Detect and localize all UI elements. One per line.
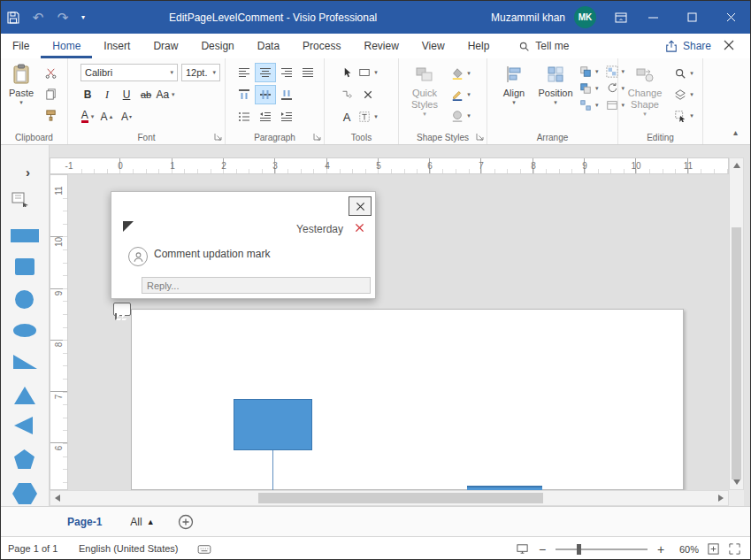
- presentation-mode-icon[interactable]: [516, 542, 529, 556]
- horizontal-scrollbar[interactable]: [50, 490, 729, 506]
- quick-shape-right-triangle[interactable]: [13, 355, 37, 369]
- bold-button[interactable]: B: [79, 86, 96, 104]
- canvas-shape-rectangle[interactable]: [234, 399, 312, 450]
- language-indicator[interactable]: English (United States): [79, 543, 179, 554]
- quick-shape-ellipse[interactable]: [13, 324, 36, 337]
- drawing-page[interactable]: [131, 309, 684, 490]
- shrink-font-button[interactable]: A ▾: [118, 108, 135, 126]
- fit-page-icon[interactable]: [707, 542, 720, 556]
- format-painter-button[interactable]: [40, 106, 61, 125]
- scroll-up-icon[interactable]: [733, 163, 740, 168]
- select-button[interactable]: ▾: [673, 106, 694, 125]
- vertical-scroll-thumb[interactable]: [732, 227, 741, 479]
- comment-delete-button[interactable]: [355, 223, 367, 235]
- align-center-button[interactable]: [256, 64, 275, 81]
- tab-insert[interactable]: Insert: [92, 34, 142, 58]
- align-middle-button[interactable]: [256, 86, 275, 104]
- tab-help[interactable]: Help: [456, 34, 502, 58]
- bullets-button[interactable]: [234, 108, 254, 126]
- change-shape-button[interactable]: Change Shape ▾: [622, 62, 668, 118]
- bring-to-front-button[interactable]: ▾: [579, 65, 599, 78]
- pointer-tool-button[interactable]: [337, 64, 356, 81]
- user-name[interactable]: Muzammil khan: [491, 12, 565, 24]
- tab-process[interactable]: Process: [291, 34, 352, 58]
- zoom-slider[interactable]: [556, 543, 648, 556]
- rectangle-tool-button[interactable]: ▾: [358, 64, 378, 81]
- copy-button[interactable]: [40, 85, 61, 104]
- zoom-level[interactable]: 60%: [674, 544, 699, 555]
- fill-button[interactable]: ▾: [450, 64, 471, 82]
- document-close-icon[interactable]: [724, 40, 738, 54]
- fullscreen-icon[interactable]: [728, 542, 741, 556]
- share-button[interactable]: Share: [665, 40, 711, 52]
- scroll-right-icon[interactable]: [718, 495, 724, 502]
- line-button[interactable]: ▾: [450, 85, 471, 104]
- italic-button[interactable]: I: [98, 86, 116, 104]
- quick-shape-hexagon[interactable]: [12, 483, 37, 504]
- tab-data[interactable]: Data: [246, 34, 291, 58]
- redo-icon[interactable]: ↷: [50, 5, 75, 30]
- position-button[interactable]: Position ▾: [535, 62, 576, 106]
- tab-review[interactable]: Review: [352, 34, 410, 58]
- align-bottom-button[interactable]: [277, 86, 296, 104]
- tab-home[interactable]: Home: [41, 34, 92, 58]
- shapes-panel-icon[interactable]: [11, 191, 29, 207]
- quick-shape-circle[interactable]: [15, 290, 34, 309]
- keyboard-icon[interactable]: [197, 544, 211, 555]
- minimize-button[interactable]: [633, 1, 672, 34]
- send-to-back-button[interactable]: ▾: [579, 82, 599, 95]
- align-right-button[interactable]: [277, 64, 296, 81]
- align-top-button[interactable]: [234, 86, 254, 104]
- expand-shapes-panel-button[interactable]: ›: [26, 165, 30, 180]
- save-icon[interactable]: [1, 5, 26, 30]
- ungroup-button[interactable]: ▾: [579, 99, 599, 111]
- close-button[interactable]: [711, 1, 750, 34]
- strikethrough-button[interactable]: ab: [137, 86, 155, 104]
- comment-anchor-icon[interactable]: [123, 221, 134, 232]
- quick-shape-left-triangle[interactable]: [14, 417, 33, 434]
- zoom-in-button[interactable]: +: [655, 542, 666, 556]
- zoom-out-button[interactable]: −: [537, 542, 548, 556]
- text-block-tool-button[interactable]: ▾: [358, 108, 378, 126]
- comment-reply-input[interactable]: [142, 277, 371, 294]
- horizontal-scroll-thumb[interactable]: [258, 493, 543, 503]
- quick-shape-square[interactable]: [15, 258, 34, 275]
- comment-close-button[interactable]: [349, 196, 372, 216]
- decrease-indent-button[interactable]: [256, 108, 275, 126]
- quick-styles-button[interactable]: Quick Styles ▾: [404, 62, 445, 118]
- ribbon-display-options-icon[interactable]: [609, 5, 633, 30]
- page-comment-marker[interactable]: [113, 303, 131, 316]
- grow-font-button[interactable]: A ▲: [98, 108, 116, 126]
- canvas-connector[interactable]: [272, 450, 273, 490]
- increase-indent-button[interactable]: [277, 108, 296, 126]
- maximize-button[interactable]: [672, 1, 711, 34]
- scroll-down-icon[interactable]: [733, 479, 740, 485]
- text-tool-button[interactable]: A: [337, 108, 356, 126]
- underline-button[interactable]: U: [118, 86, 135, 104]
- connector-tool-button[interactable]: [337, 86, 356, 104]
- find-button[interactable]: ▾: [673, 64, 694, 82]
- font-color-button[interactable]: A ▾: [79, 108, 96, 126]
- justify-button[interactable]: [298, 64, 318, 81]
- tab-file[interactable]: File: [1, 34, 41, 58]
- connection-point-tool-button[interactable]: [358, 86, 378, 104]
- vertical-scrollbar[interactable]: [729, 157, 744, 490]
- page-tab-page1[interactable]: Page-1: [67, 516, 102, 528]
- collapse-ribbon-button[interactable]: ▴: [733, 127, 738, 137]
- tell-me-box[interactable]: Tell me: [518, 40, 569, 52]
- zoom-slider-thumb[interactable]: [577, 544, 581, 555]
- cut-button[interactable]: [40, 64, 61, 82]
- tab-view[interactable]: View: [410, 34, 456, 58]
- user-avatar[interactable]: MK: [574, 6, 596, 28]
- tab-design[interactable]: Design: [189, 34, 245, 58]
- quick-shape-rectangle[interactable]: [11, 229, 39, 242]
- scroll-left-icon[interactable]: [55, 495, 60, 502]
- all-pages-button[interactable]: All ▲: [130, 516, 154, 528]
- font-size-combo[interactable]: 12pt. ▾: [181, 64, 220, 81]
- paste-button[interactable]: Paste ▾: [4, 62, 38, 106]
- tab-draw[interactable]: Draw: [142, 34, 189, 58]
- change-case-button[interactable]: Aa ▾: [157, 86, 174, 104]
- align-button[interactable]: Align ▾: [496, 62, 532, 106]
- font-name-combo[interactable]: Calibri ▾: [80, 64, 178, 81]
- align-left-button[interactable]: [234, 64, 254, 81]
